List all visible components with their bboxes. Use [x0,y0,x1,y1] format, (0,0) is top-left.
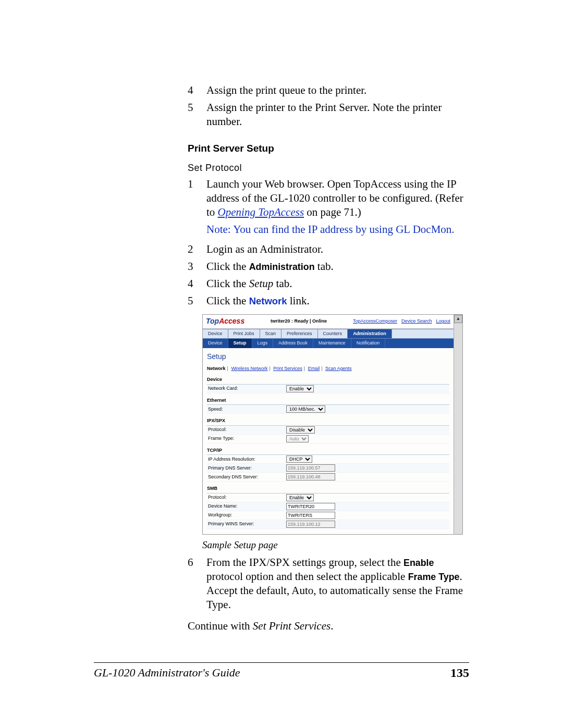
sublink-email[interactable]: Email [308,366,320,371]
subtab-maintenance[interactable]: Maintenance [313,339,351,348]
ta-section-ipx: IPX/SPX [207,417,449,426]
footer-title: GL-1020 Administrator's Guide [94,666,240,680]
subtab-setup[interactable]: Setup [228,339,252,348]
panel-title: Setup [207,352,449,362]
step-text: Assign the printer to the Print Server. … [206,101,469,129]
tab-counters[interactable]: Counters [318,329,348,339]
ta-row: IP Address Resolution:DHCP [207,455,449,464]
step-number: 4 [188,83,198,97]
continue-text: Continue with Set Print Services. [188,619,469,633]
logout-link[interactable]: Logout [436,318,450,325]
ta-main-tabs: Device Print Jobs Scan Preferences Count… [203,329,454,339]
ta-row: Device Name: [207,502,449,511]
device-search-link[interactable]: Device Search [401,318,432,325]
subtab-notification[interactable]: Notification [351,339,386,348]
ta-row: Workgroup: [207,511,449,520]
ta-section-tcpip: TCP/IP [207,447,449,455]
ta-field-label: Secondary DNS Server: [207,474,286,480]
ta-field-label: Protocol: [207,495,286,501]
tab-device[interactable]: Device [203,329,228,339]
step-number: 5 [188,294,198,308]
ta-input[interactable] [286,512,335,519]
tab-administration[interactable]: Administration [348,329,392,339]
text: on page 71.) [304,206,361,218]
network-link: Network [249,295,287,306]
ta-select[interactable]: Auto [286,435,309,442]
step-number: 4 [188,277,198,291]
step-5: 5 Click the Network link. [188,294,469,308]
ta-field-label: Network Card: [207,386,286,392]
ta-row: Protocol:Enable [207,493,449,502]
tab-scan[interactable]: Scan [260,329,282,339]
step-2: 2 Login as an Administrator. [188,242,469,256]
italic-text: Set Print Services [253,620,331,632]
scroll-up-icon[interactable]: ▲ [454,315,462,323]
topaccess-composer-link[interactable]: TopAccessComposer [353,318,397,325]
ta-row: Frame Type:Auto [207,435,449,443]
setup-sublinks: Network| Wireless Network| Print Service… [207,366,449,372]
subtab-addressbook[interactable]: Address Book [273,339,313,348]
ta-header: TopAccess twriter20 : Ready | Online Top… [203,315,454,329]
page-number: 135 [450,666,469,680]
step-4: 4 Click the Setup tab. [188,277,469,291]
page-footer: GL-1020 Administrator's Guide 135 [94,662,469,680]
text: Click the [206,260,249,273]
step-text: Click the Network link. [206,294,469,308]
ta-select[interactable]: Disable [286,426,315,434]
opening-topaccess-link[interactable]: Opening TopAccess [218,206,304,218]
sublink-printservices[interactable]: Print Services [273,366,302,371]
step-3: 3 Click the Administration tab. [188,260,469,274]
step-number: 1 [188,177,198,240]
ta-row: Primary DNS Server: [207,464,449,473]
ta-section-device: Device [207,376,449,385]
ta-sub-tabs: Device Setup Logs Address Book Maintenan… [203,339,454,348]
ta-row: Primary WINS Server: [207,520,449,529]
scrollbar[interactable]: ▲ [454,315,462,534]
tab-preferences[interactable]: Preferences [282,329,318,339]
ta-status: twriter20 : Ready | Online [244,318,353,325]
text: tab. [273,277,292,290]
ta-input[interactable] [286,464,335,472]
subtab-device[interactable]: Device [203,339,228,348]
ta-row: Speed:100 MB/sec. [207,405,449,414]
ta-field-label: Primary DNS Server: [207,465,286,472]
step-6: 6 From the IPX/SPX settings group, selec… [188,556,469,612]
ta-section-smb: SMB [207,485,449,493]
ta-row: Network Card:Enable [207,385,449,393]
text: tab. [315,260,334,273]
step-text: Login as an Administrator. [206,242,469,256]
logo-top: Top [206,317,219,325]
step-1: 1 Launch your Web browser. Open TopAcces… [188,177,469,240]
sublink-wireless[interactable]: Wireless Network [231,366,267,371]
text: protocol option and then select the appl… [206,570,408,583]
logo-access: Access [219,317,244,325]
figure-caption: Sample Setup page [202,539,469,551]
sublink-scanagents[interactable]: Scan Agents [325,366,352,371]
ta-section-ethernet: Ethernet [207,397,449,405]
ta-input[interactable] [286,503,335,510]
step-text: Assign the print queue to the printer. [206,83,469,97]
step-text: Click the Setup tab. [206,277,469,291]
step-number: 5 [188,101,198,129]
tab-printjobs[interactable]: Print Jobs [228,329,260,339]
step-5-top: 5 Assign the printer to the Print Server… [188,101,469,129]
note-text: Note: You can find the IP address by usi… [206,223,469,237]
text: Click the [206,294,249,307]
section-subheading: Set Protocol [188,162,469,174]
ta-row: Protocol:Disable [207,426,449,435]
ta-select[interactable]: Enable [286,385,314,392]
step-number: 6 [188,556,198,612]
ta-select[interactable]: Enable [286,494,314,501]
ta-input[interactable] [286,473,335,480]
ta-input[interactable] [286,521,335,528]
ta-select[interactable]: 100 MB/sec. [286,405,325,413]
ta-row: Secondary DNS Server: [207,473,449,482]
step-4-top: 4 Assign the print queue to the printer. [188,83,469,97]
italic-text: Setup [249,277,274,290]
bold-text: Frame Type [408,572,460,582]
ta-field-label: Frame Type: [207,436,286,442]
ta-select[interactable]: DHCP [286,455,312,463]
subtab-logs[interactable]: Logs [252,339,274,348]
text: From the IPX/SPX settings group, select … [206,556,403,569]
sublink-network[interactable]: Network [207,366,226,371]
